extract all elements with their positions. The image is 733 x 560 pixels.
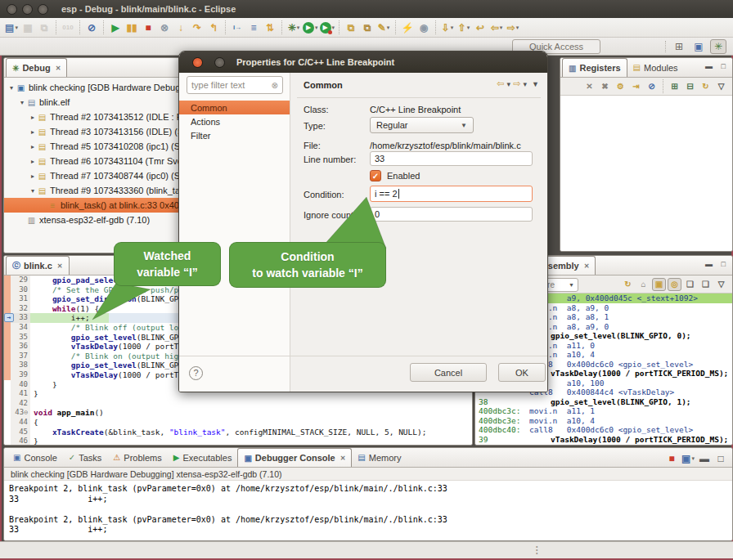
breakpoint-ruler[interactable] (4, 370, 11, 380)
close-icon[interactable]: ✕ (56, 65, 61, 72)
open-perspective-button[interactable]: ⊞ (671, 39, 687, 54)
breakpoint-ruler[interactable] (4, 276, 11, 285)
dialog-minimize-button[interactable] (214, 57, 225, 68)
open-resource-button[interactable]: ⧉ (360, 20, 375, 35)
minimize-console-button[interactable]: ▬ (697, 451, 712, 466)
breakpoint-ruler[interactable] (4, 399, 11, 409)
source-lookup-button[interactable]: ≡ (246, 20, 261, 35)
line-number-input[interactable]: 33 (370, 151, 533, 166)
dialog-nav-filter[interactable]: Filter (179, 128, 290, 142)
breakpoint-ruler[interactable] (4, 428, 11, 437)
tab-console[interactable]: ▣Console (7, 448, 63, 467)
remove-selected-button[interactable]: ✕ (582, 80, 596, 93)
registers-minmax-buttons[interactable]: ▬ □ (705, 62, 729, 70)
chevron-down-icon[interactable]: ▾ (297, 25, 300, 31)
debug-button[interactable]: ✳▾ (286, 20, 301, 35)
annotate-button[interactable]: ✎▾ (376, 20, 391, 35)
enabled-checkbox[interactable]: ✓ (370, 170, 381, 181)
window-maximize-button[interactable] (38, 4, 48, 15)
breakpoint-ruler[interactable] (4, 361, 11, 370)
show-source-button[interactable]: ▣ (652, 278, 666, 291)
chevron-down-icon[interactable]: ▾ (332, 25, 335, 31)
step-into-button[interactable]: ↓ (173, 20, 188, 35)
splitter-grip[interactable]: ••• (536, 545, 537, 555)
mark-occurrences-button[interactable]: ◉ (416, 20, 431, 35)
last-edit-location-button[interactable]: ↩ (473, 20, 488, 35)
window-close-button[interactable] (7, 4, 17, 15)
tab-debugger-console[interactable]: ▣Debugger Console✕ (237, 448, 352, 467)
terminate-button[interactable]: ■ (141, 20, 155, 35)
tab-tasks[interactable]: ✓Tasks (63, 448, 108, 467)
condition-input[interactable]: i == 2 (370, 186, 533, 202)
use-step-filters-button[interactable]: ⇅ (263, 20, 277, 35)
clear-filter-icon[interactable]: ⊗ (272, 81, 278, 90)
chevron-down-icon[interactable]: ▾ (516, 25, 519, 31)
view-menu-button[interactable]: ▽ (714, 80, 728, 93)
breakpoint-ruler[interactable]: → (4, 313, 11, 323)
close-icon[interactable]: ✕ (584, 262, 590, 270)
tree-expander-icon[interactable]: ▸ (29, 143, 37, 150)
pin-view-button[interactable]: ❏ (699, 278, 713, 291)
dialog-nav-common[interactable]: Common (179, 101, 290, 114)
tab-memory[interactable]: ▤Memory (352, 448, 407, 467)
breakpoint-ruler[interactable] (4, 285, 11, 295)
tree-expander-icon[interactable]: ▾ (29, 187, 37, 195)
close-icon[interactable]: ✕ (340, 455, 346, 462)
skip-all-breakpoints-button[interactable]: ⊘ (84, 20, 99, 35)
tab-blink-c[interactable]: ⓒ blink.c ✕ (6, 256, 70, 275)
next-annotation-button[interactable]: ⇩▾ (440, 20, 455, 35)
search-button[interactable]: ⚡ (400, 20, 415, 35)
step-return-button[interactable]: ↰ (206, 20, 221, 35)
terminate-console-button[interactable]: ■ (664, 451, 679, 466)
breakpoint-ruler[interactable] (4, 418, 11, 428)
type-dropdown[interactable]: Regular ▼ (370, 117, 474, 133)
import-registers-button[interactable]: ⇥ (629, 80, 643, 93)
help-button[interactable]: ? (189, 366, 203, 380)
dialog-nav-actions[interactable]: Actions (179, 114, 290, 128)
expand-all-button[interactable]: ⊞ (668, 80, 681, 93)
chevron-down-icon[interactable]: ▾ (467, 25, 470, 31)
breakpoint-ruler[interactable] (4, 304, 11, 314)
breakpoint-ruler[interactable] (4, 437, 11, 446)
display-selected-console-console-button[interactable]: ▣▾ (681, 451, 695, 466)
dialog-close-button[interactable] (192, 57, 203, 68)
run-button[interactable]: ▶▾ (303, 20, 318, 35)
tab-registers[interactable]: ▥ Registers (562, 58, 627, 77)
ok-button[interactable]: OK (498, 363, 546, 382)
cancel-button[interactable]: Cancel (410, 363, 487, 382)
open-element-button[interactable]: ⧉ (344, 20, 358, 35)
chevron-down-icon[interactable]: ▾ (387, 25, 390, 31)
window-minimize-button[interactable] (22, 4, 33, 15)
close-icon[interactable]: ✕ (57, 262, 63, 270)
refresh-button[interactable]: ↻ (699, 80, 713, 93)
ignore-count-input[interactable]: 0 (370, 207, 533, 222)
breakpoint-ruler[interactable] (4, 352, 11, 361)
chevron-down-icon[interactable]: ▾ (500, 25, 503, 31)
previous-annotation-button[interactable]: ⇧▾ (456, 20, 471, 35)
tree-expander-icon[interactable]: ▾ (7, 84, 16, 92)
tree-expander-icon[interactable]: ▾ (18, 99, 26, 106)
chevron-down-icon[interactable]: ▾ (15, 25, 18, 31)
collapse-all-button[interactable]: ⊟ (683, 80, 697, 93)
tree-expander-icon[interactable]: ▸ (29, 114, 37, 121)
resume-button[interactable]: ▶ (108, 20, 123, 35)
disconnect-button[interactable]: ⊗ (157, 20, 172, 35)
breakpoint-ruler[interactable] (4, 342, 11, 352)
tree-expander-icon[interactable]: ▸ (29, 128, 37, 136)
view-menu-button[interactable]: ▽ (714, 278, 728, 291)
home-button[interactable]: ⌂ (636, 278, 650, 291)
maximize-console-button[interactable]: □ (713, 451, 728, 466)
breakpoint-ruler[interactable] (4, 333, 11, 343)
back-button[interactable]: ⇦▾ (489, 20, 504, 35)
cpp-perspective-button[interactable]: ▣ (690, 39, 707, 54)
breakpoint-arrow-icon[interactable]: → (4, 313, 14, 322)
tab-problems[interactable]: ⚠Problems (107, 448, 167, 467)
instruction-stepping-button[interactable]: i→ (230, 20, 245, 35)
tree-expander-icon[interactable]: ▸ (29, 172, 37, 180)
tab-debug[interactable]: ✳ Debug ✕ (6, 58, 67, 77)
fold-marker-icon[interactable]: ⊖ (24, 409, 28, 416)
chevron-down-icon[interactable]: ▼ (569, 282, 574, 288)
filter-input[interactable]: type filter text ⊗ (187, 76, 283, 94)
chevron-down-icon[interactable]: ▾ (315, 25, 318, 31)
disassembly-minmax-buttons[interactable]: ▬ □ (705, 260, 729, 268)
